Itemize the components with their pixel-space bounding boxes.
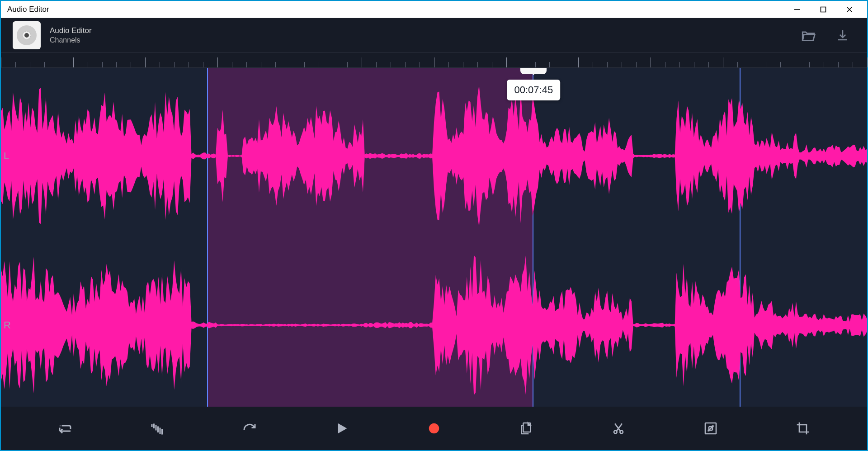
crop-button[interactable] <box>788 414 817 443</box>
play-icon <box>334 421 349 436</box>
copy-button[interactable] <box>512 414 541 443</box>
minimize-icon <box>794 6 800 13</box>
resize-icon <box>703 421 718 436</box>
window-titlebar[interactable]: Audio Editor <box>1 1 867 18</box>
disc-icon <box>17 25 37 45</box>
record-button[interactable] <box>420 414 448 443</box>
window-title: Audio Editor <box>7 5 784 14</box>
window-minimize-button[interactable] <box>784 1 810 18</box>
record-icon <box>427 422 441 435</box>
download-button[interactable] <box>830 23 855 48</box>
download-icon <box>836 28 849 42</box>
window-controls <box>784 1 863 18</box>
timeline-ruler[interactable] <box>1 52 867 68</box>
app-header: Audio Editor Channels <box>1 18 867 52</box>
repeat-button[interactable] <box>51 414 80 443</box>
fade-icon <box>149 420 165 437</box>
waveform-right <box>1 244 867 407</box>
bottom-toolbar <box>1 407 867 450</box>
app-logo <box>13 21 41 49</box>
crop-icon <box>796 421 810 436</box>
app-name: Audio Editor <box>50 26 92 35</box>
app-subtitle: Channels <box>50 36 92 44</box>
play-button[interactable] <box>327 414 356 443</box>
app-body: Audio Editor Channels L <box>1 18 867 450</box>
window-maximize-button[interactable] <box>810 1 836 18</box>
channel-right: R <box>1 244 867 407</box>
copy-icon <box>519 421 533 436</box>
app-window: Audio Editor Audio Editor Channels <box>0 0 868 451</box>
channel-right-label: R <box>4 319 11 331</box>
cut-button[interactable] <box>604 414 633 443</box>
redo-icon <box>241 420 258 437</box>
svg-point-12 <box>614 431 617 434</box>
window-close-button[interactable] <box>836 1 863 18</box>
repeat-icon <box>57 420 73 437</box>
maximize-icon <box>820 6 826 13</box>
playhead-handle[interactable] <box>520 68 547 74</box>
scissors-icon <box>611 421 626 436</box>
svg-point-13 <box>620 431 623 434</box>
folder-open-icon <box>801 28 816 43</box>
drag-handle-icon <box>528 68 539 69</box>
open-file-button[interactable] <box>796 23 821 48</box>
channel-left: L <box>1 75 867 237</box>
svg-point-10 <box>429 423 439 434</box>
close-icon <box>846 6 853 13</box>
svg-rect-1 <box>821 7 826 12</box>
playhead-timecode: 00:07:45 <box>507 80 561 100</box>
channel-left-label: L <box>4 150 9 162</box>
resize-button[interactable] <box>696 414 725 443</box>
redo-button[interactable] <box>235 414 264 443</box>
fade-button[interactable] <box>143 414 172 443</box>
waveform-area[interactable]: L R 00:07:45 <box>1 68 867 407</box>
app-title-block: Audio Editor Channels <box>50 26 92 44</box>
waveform-left <box>1 75 867 237</box>
